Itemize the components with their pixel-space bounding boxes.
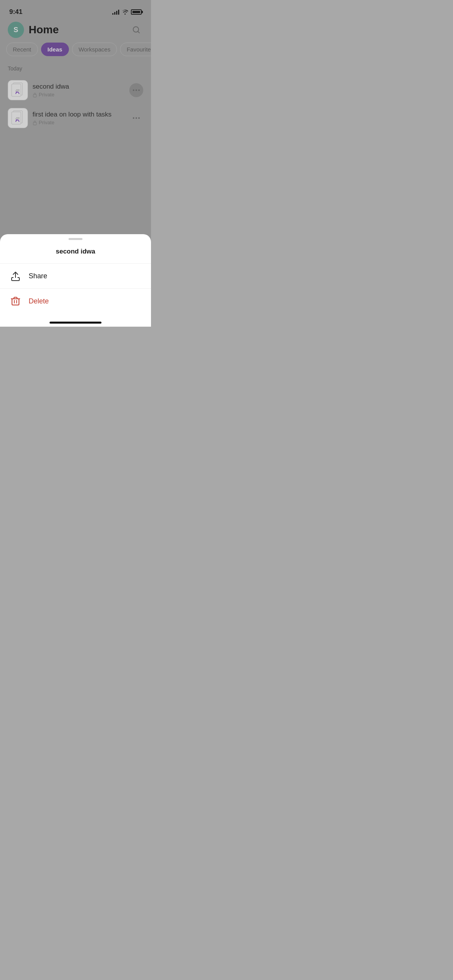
sheet-title: second idwa — [0, 246, 151, 263]
svg-rect-14 — [12, 299, 19, 305]
home-indicator — [50, 322, 101, 324]
share-label: Share — [29, 272, 47, 280]
share-button[interactable]: Share — [0, 264, 151, 288]
sheet-handle — [69, 238, 82, 240]
delete-label: Delete — [29, 297, 49, 305]
delete-icon — [9, 295, 22, 307]
bottom-sheet: second idwa Share Delete — [0, 234, 151, 327]
delete-button[interactable]: Delete — [0, 289, 151, 314]
share-icon — [9, 270, 22, 282]
